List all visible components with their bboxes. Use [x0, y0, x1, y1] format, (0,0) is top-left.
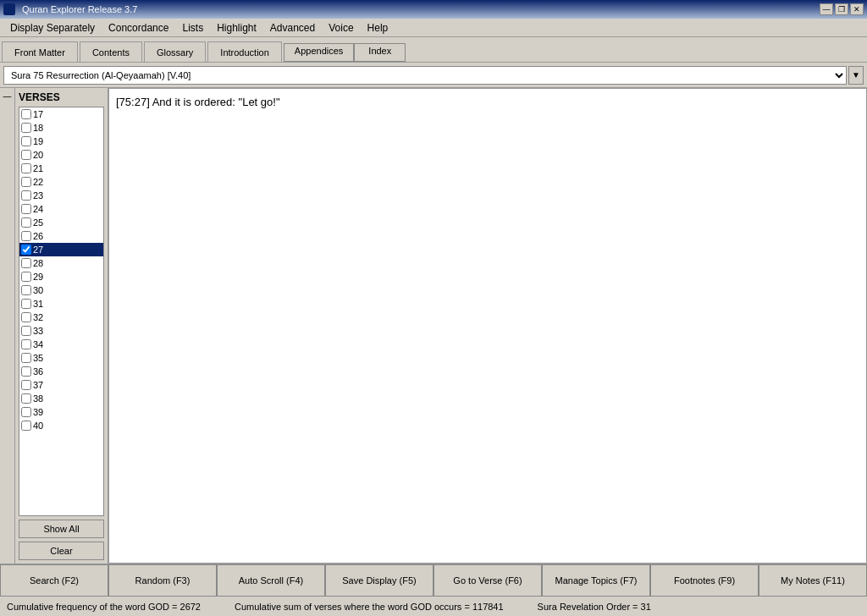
- verse-checkbox[interactable]: [21, 353, 31, 363]
- minimize-button[interactable]: —: [820, 3, 833, 15]
- verse-number-label: 25: [33, 217, 43, 228]
- menu-concordance[interactable]: Concordance: [102, 20, 175, 36]
- verse-number-label: 29: [33, 272, 43, 282]
- verse-number-label: 24: [33, 204, 43, 214]
- verse-checkbox[interactable]: [21, 136, 31, 146]
- verse-checkbox[interactable]: [21, 380, 31, 390]
- verse-checkbox[interactable]: [21, 339, 31, 349]
- verse-item[interactable]: 37: [19, 378, 103, 392]
- verse-checkbox[interactable]: [21, 204, 31, 214]
- verse-checkbox[interactable]: [21, 299, 31, 309]
- verse-checkbox[interactable]: [21, 150, 31, 160]
- verse-item[interactable]: 32: [19, 311, 103, 324]
- verse-item[interactable]: 38: [19, 392, 103, 405]
- verse-checkbox[interactable]: [21, 245, 31, 255]
- verse-number-label: 22: [33, 177, 43, 187]
- verse-item[interactable]: 20: [19, 148, 103, 162]
- save-display-button[interactable]: Save Display (F5): [325, 564, 434, 597]
- go-to-verse-button[interactable]: Go to Verse (F6): [434, 564, 542, 597]
- verse-checkbox[interactable]: [21, 163, 31, 173]
- verse-number-label: 36: [33, 366, 43, 377]
- tab-glossary[interactable]: Glossary: [144, 41, 206, 62]
- verse-item[interactable]: 28: [19, 256, 103, 270]
- clear-button[interactable]: Clear: [19, 542, 104, 560]
- verse-checkbox[interactable]: [21, 123, 31, 133]
- verse-item[interactable]: 26: [19, 229, 103, 243]
- verse-item[interactable]: 34: [19, 338, 103, 351]
- tab-introduction[interactable]: Introduction: [207, 41, 281, 62]
- restore-button[interactable]: ❐: [835, 3, 848, 15]
- tab-appendices[interactable]: Appendices: [284, 43, 355, 62]
- verse-item[interactable]: 17: [19, 107, 103, 121]
- collapse-icon: —: [3, 91, 12, 101]
- menu-highlight[interactable]: Highlight: [210, 20, 263, 36]
- sura-dropdown-arrow[interactable]: ▼: [848, 66, 864, 85]
- menu-voice[interactable]: Voice: [322, 20, 360, 36]
- verse-checkbox[interactable]: [21, 177, 31, 187]
- footnotes-button[interactable]: Footnotes (F9): [650, 564, 759, 597]
- verse-number-label: 37: [33, 380, 43, 390]
- verse-checkbox[interactable]: [21, 312, 31, 322]
- verse-checkbox[interactable]: [21, 272, 31, 282]
- verse-number-label: 30: [33, 285, 43, 295]
- verse-checkbox[interactable]: [21, 217, 31, 228]
- close-button[interactable]: ✕: [850, 3, 864, 15]
- verse-item[interactable]: 39: [19, 405, 103, 419]
- show-all-button[interactable]: Show All: [19, 520, 104, 538]
- verse-list-container: 1718192021222324252627282930313233343536…: [19, 107, 104, 516]
- verse-checkbox[interactable]: [21, 258, 31, 268]
- verse-number-label: 40: [33, 421, 43, 431]
- auto-scroll-button[interactable]: Auto Scroll (F4): [217, 564, 325, 597]
- verse-checkbox[interactable]: [21, 109, 31, 119]
- verse-item[interactable]: 29: [19, 270, 103, 283]
- window-controls: — ❐ ✕: [820, 3, 864, 15]
- status-center: Cumulative sum of verses where the word …: [235, 602, 504, 612]
- verse-item[interactable]: 40: [19, 419, 103, 432]
- verse-checkbox[interactable]: [21, 326, 31, 336]
- verse-checkbox[interactable]: [21, 366, 31, 377]
- verse-list[interactable]: 1718192021222324252627282930313233343536…: [19, 107, 103, 515]
- verse-checkbox[interactable]: [21, 393, 31, 404]
- verse-item[interactable]: 19: [19, 135, 103, 148]
- menu-display-separately[interactable]: Display Separately: [3, 20, 102, 36]
- verse-item[interactable]: 31: [19, 297, 103, 311]
- verse-number-label: 33: [33, 326, 43, 336]
- verse-checkbox[interactable]: [21, 190, 31, 201]
- verse-item[interactable]: 27: [19, 243, 103, 256]
- verse-checkbox[interactable]: [21, 407, 31, 417]
- verse-number-label: 21: [33, 163, 43, 173]
- tab-index[interactable]: Index: [354, 43, 406, 62]
- collapse-button[interactable]: —: [0, 88, 15, 564]
- verse-item[interactable]: 35: [19, 351, 103, 365]
- verse-item[interactable]: 36: [19, 365, 103, 378]
- verse-item[interactable]: 24: [19, 202, 103, 216]
- manage-topics-button[interactable]: Manage Topics (F7): [542, 564, 650, 597]
- verse-item[interactable]: 21: [19, 162, 103, 175]
- verse-text: [75:27] And it is ordered: "Let go!": [116, 96, 280, 108]
- tab-front-matter[interactable]: Front Matter: [2, 41, 78, 62]
- bottom-toolbar: Search (F2) Random (F3) Auto Scroll (F4)…: [0, 564, 867, 596]
- verse-item[interactable]: 30: [19, 283, 103, 297]
- verse-checkbox[interactable]: [21, 421, 31, 431]
- verse-number-label: 34: [33, 339, 43, 349]
- verse-item[interactable]: 33: [19, 324, 103, 338]
- menu-bar: Display Separately Concordance Lists Hig…: [0, 19, 867, 37]
- my-notes-button[interactable]: My Notes (F11): [759, 564, 867, 597]
- verse-number-label: 31: [33, 299, 43, 309]
- verse-number-label: 27: [33, 245, 43, 255]
- status-right: Sura Revelation Order = 31: [538, 602, 651, 612]
- tab-contents[interactable]: Contents: [80, 41, 142, 62]
- verse-checkbox[interactable]: [21, 231, 31, 241]
- menu-advanced[interactable]: Advanced: [263, 20, 322, 36]
- verse-item[interactable]: 25: [19, 216, 103, 229]
- sura-dropdown[interactable]: Sura 75 Resurrection (Al-Qeyaamah) [V.40…: [3, 66, 847, 85]
- verse-item[interactable]: 22: [19, 175, 103, 189]
- menu-help[interactable]: Help: [361, 20, 395, 36]
- verse-item[interactable]: 18: [19, 121, 103, 135]
- search-button[interactable]: Search (F2): [0, 564, 108, 597]
- verses-label: VERSES: [19, 91, 104, 103]
- verse-item[interactable]: 23: [19, 189, 103, 202]
- random-button[interactable]: Random (F3): [108, 564, 217, 597]
- verse-checkbox[interactable]: [21, 285, 31, 295]
- menu-lists[interactable]: Lists: [175, 20, 210, 36]
